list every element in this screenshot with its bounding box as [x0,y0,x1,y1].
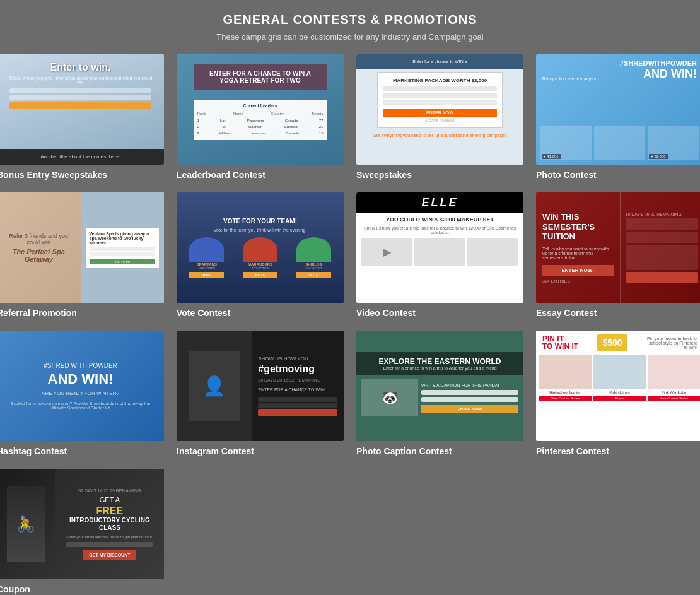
card-label-bonus: Bonus Entry Sweepstakes [0,170,164,180]
thumb-inner: Refer 3 friends and you could win The Pe… [0,192,164,303]
thumbnail-hashtag[interactable]: #SHRED WITH POWDER AND WIN! ARE YOU READ… [0,331,164,441]
thumb-inner: 🚴 02 DAYS 14:25:19 REMAINING GET A FREE … [0,469,164,579]
thumbnail-leaderboard[interactable]: ENTER FOR A CHANCE TO WIN A YOGA RETREAT… [177,54,344,165]
thumb-inner: WIN THIS SEMESTER'S TUITION Tell us why … [536,192,700,303]
card-leaderboard-contest[interactable]: ENTER FOR A CHANCE TO WIN A YOGA RETREAT… [177,54,344,180]
thumbnail-coupon[interactable]: 🚴 02 DAYS 14:25:19 REMAINING GET A FREE … [0,469,164,579]
card-label-pinterest: Pinterest Contest [536,446,700,456]
thumb-inner: Enter for a chance to WIN a MARKETING PA… [356,54,523,165]
thumbnail-referral[interactable]: Refer 3 friends and you could win The Pe… [0,192,164,303]
card-label-coupon: Coupon [0,584,164,594]
card-label-essay: Essay Contest [536,308,700,318]
card-photo-caption-contest[interactable]: EXPLORE THE EASTERN WORLD Enter for a ch… [356,331,523,456]
thumbnail-vote[interactable]: VOTE FOR YOUR TEAM! Vote for the team yo… [177,192,344,303]
video-headline: YOU COULD WIN A $2000 MAKEUP SET [380,213,500,226]
caption-title: EXPLORE THE EASTERN WORLD [361,357,518,366]
contest-grid: Enter to win. This is where you give inf… [13,54,687,594]
card-coupon[interactable]: 🚴 02 DAYS 14:25:19 REMAINING GET A FREE … [0,469,164,594]
thumb-inner: ELLE YOU COULD WIN A $2000 MAKEUP SET Sh… [356,192,523,303]
coupon-cta: GET MY DISCOUNT [83,550,136,560]
coupon-sub: Enter your email address below to get yo… [66,535,153,539]
thumb-inner: PIN ITTO WIN IT $500 Pin your favourite … [536,331,700,441]
thumbnail-photo[interactable]: #SHREDWITHPOWDER AND WIN! Skiing action … [536,54,700,165]
thumbnail-pinterest[interactable]: PIN ITTO WIN IT $500 Pin your favourite … [536,331,700,441]
card-vote-contest[interactable]: VOTE FOR YOUR TEAM! Vote for the team yo… [177,192,344,318]
vote-title: VOTE FOR YOUR TEAM! [182,218,339,225]
card-pinterest-contest[interactable]: PIN ITTO WIN IT $500 Pin your favourite … [536,331,700,456]
caption-cta: ENTER NOW! [421,405,518,413]
leaders-title: Current Leaders [197,103,324,108]
card-sweepstakes[interactable]: Enter for a chance to WIN a MARKETING PA… [356,54,523,180]
card-essay-contest[interactable]: WIN THIS SEMESTER'S TUITION Tell us why … [536,192,700,318]
card-label-caption: Photo Caption Contest [356,446,523,456]
leaderboard-banner: ENTER FOR A CHANCE TO WIN A YOGA RETREAT… [194,64,327,90]
card-video-contest[interactable]: ELLE YOU COULD WIN A $2000 MAKEUP SET Sh… [356,192,523,318]
thumbnail-caption[interactable]: EXPLORE THE EASTERN WORLD Enter for a ch… [356,331,523,441]
thumbnail-instagram[interactable]: 👤 SHOW US HOW YOU #getmoving 20 DAYS 20:… [177,331,344,441]
thumb-inner: 👤 SHOW US HOW YOU #getmoving 20 DAYS 20:… [177,331,344,441]
card-photo-contest[interactable]: #SHREDWITHPOWDER AND WIN! Skiing action … [536,54,700,180]
thumb-inner: EXPLORE THE EASTERN WORLD Enter for a ch… [356,331,523,441]
thumb-inner: ENTER FOR A CHANCE TO WIN A YOGA RETREAT… [177,54,344,165]
sw-footer: Get everything you need to set up a succ… [366,133,513,138]
card-label-vote: Vote Contest [177,308,344,318]
card-hashtag-contest[interactable]: #SHRED WITH POWDER AND WIN! ARE YOU READ… [0,331,164,456]
thumb-inner: Enter to win. This is where you give inf… [0,54,164,165]
card-label-referral: Referral Promotion [0,308,164,318]
thumb-inner: VOTE FOR YOUR TEAM! Vote for the team yo… [177,192,344,303]
coupon-line2: INTRODUCTORY CYCLING CLASS [62,517,158,532]
page-header: GENERAL CONTESTS & PROMOTIONS These camp… [13,13,687,42]
coupon-free: FREE [62,505,158,517]
card-bonus-entry-sweepstakes[interactable]: Enter to win. This is where you give inf… [0,54,164,180]
card-referral-promotion[interactable]: Refer 3 friends and you could win The Pe… [0,192,164,318]
thumb-inner: #SHREDWITHPOWDER AND WIN! Skiing action … [536,54,700,165]
card-label-sweepstakes: Sweepstakes [356,170,523,180]
card-label-photo: Photo Contest [536,170,700,180]
bonus-sub: Another title about the contest here. [2,154,159,160]
thumbnail-essay[interactable]: WIN THIS SEMESTER'S TUITION Tell us why … [536,192,700,303]
thumbnail-bonus[interactable]: Enter to win. This is where you give inf… [0,54,164,165]
sw-cta: ENTER NOW [383,109,497,117]
card-label-instagram: Instagram Contest [177,446,344,456]
thumbnail-sweepstakes[interactable]: Enter for a chance to WIN a MARKETING PA… [356,54,523,165]
card-label-hashtag: Hashtag Contest [0,446,164,456]
video-brand: ELLE [356,192,523,213]
coupon-timer: 02 DAYS 14:25:19 REMAINING [78,488,141,493]
essay-cta: ENTER NOW! [542,265,614,276]
essay-entries: 324 ENTRIES [542,279,614,283]
card-label-video: Video Contest [356,308,523,318]
card-label-leaderboard: Leaderboard Contest [177,170,344,180]
thumbnail-video[interactable]: ELLE YOU COULD WIN A $2000 MAKEUP SET Sh… [356,192,523,303]
page-subtitle: These campaigns can be customized for an… [13,32,687,42]
thumb-inner: #SHRED WITH POWDER AND WIN! ARE YOU READ… [0,331,164,441]
bonus-headline: Enter to win. [0,54,164,76]
sw-package: MARKETING PACKAGE WORTH $2,000 [383,78,497,83]
page-title: GENERAL CONTESTS & PROMOTIONS [13,13,687,27]
essay-title: WIN THIS SEMESTER'S TUITION [542,212,614,242]
caption-label: WRITE A CAPTION FOR THIS PANDA! [421,383,518,387]
page-container: GENERAL CONTESTS & PROMOTIONS These camp… [13,13,687,594]
card-instagram-contest[interactable]: 👤 SHOW US HOW YOU #getmoving 20 DAYS 20:… [177,331,344,456]
caption-sub: Enter for a chance to win a trip to Asia… [361,366,518,370]
